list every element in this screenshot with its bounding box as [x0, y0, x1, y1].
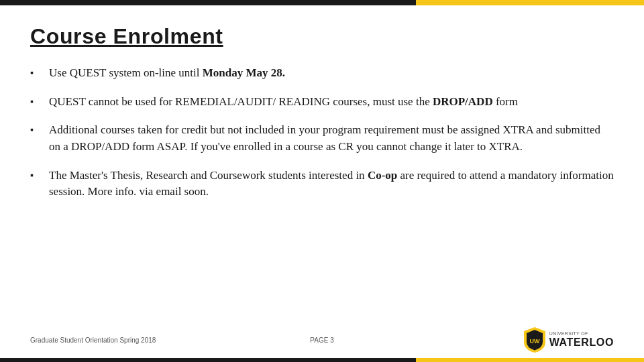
- uw-waterloo: WATERLOO: [549, 337, 614, 349]
- list-item: ▪ Additional courses taken for credit bu…: [30, 122, 614, 155]
- top-bar-gold: [416, 0, 644, 5]
- bottom-bar: [0, 358, 644, 362]
- bold-coop: Co-op: [368, 169, 397, 182]
- bullet-text-3: Additional courses taken for credit but …: [49, 122, 614, 155]
- svg-text:UW: UW: [529, 338, 539, 345]
- uw-logo-text: UNIVERSITY OF WATERLOO: [549, 331, 614, 348]
- list-item: ▪ QUEST cannot be used for REMEDIAL/AUDI…: [30, 94, 614, 111]
- bullet-icon: ▪: [30, 95, 42, 109]
- top-bar-black: [0, 0, 416, 5]
- bold-drop-add: DROP/ADD: [433, 95, 493, 108]
- bullet-list: ▪ Use QUEST system on-line until Monday …: [30, 65, 614, 200]
- footer: Graduate Student Orientation Spring 2018…: [30, 327, 614, 353]
- list-item: ▪ Use QUEST system on-line until Monday …: [30, 65, 614, 82]
- bullet-text-1: Use QUEST system on-line until Monday Ma…: [49, 65, 614, 82]
- bullet-icon: ▪: [30, 123, 42, 137]
- list-item: ▪ The Master's Thesis, Research and Cour…: [30, 168, 614, 200]
- uw-university-of: UNIVERSITY OF: [549, 331, 614, 337]
- page-title: Course Enrolment: [30, 24, 614, 49]
- footer-left-text: Graduate Student Orientation Spring 2018: [30, 337, 156, 344]
- footer-page-number: PAGE 3: [310, 337, 333, 344]
- bullet-icon: ▪: [30, 66, 42, 80]
- bullet-text-4: The Master's Thesis, Research and Course…: [49, 168, 614, 200]
- bullet-text-2: QUEST cannot be used for REMEDIAL/AUDIT/…: [49, 94, 614, 111]
- main-content: Course Enrolment ▪ Use QUEST system on-l…: [0, 5, 644, 358]
- bottom-bar-black: [0, 358, 416, 362]
- bullet-icon: ▪: [30, 169, 42, 182]
- bold-date: Monday May 28.: [203, 66, 285, 79]
- uw-shield-icon: UW: [524, 327, 545, 353]
- top-bar: [0, 0, 644, 5]
- uw-logo: UW UNIVERSITY OF WATERLOO: [524, 327, 614, 353]
- bottom-bar-gold: [416, 358, 644, 362]
